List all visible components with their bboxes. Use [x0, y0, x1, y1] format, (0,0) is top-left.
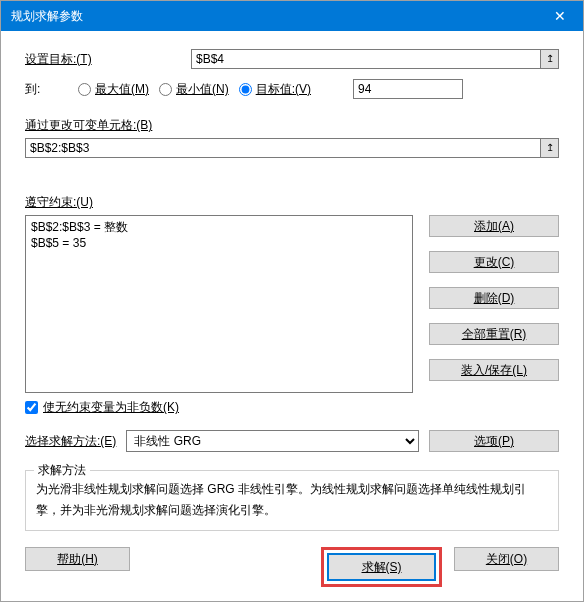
method-select[interactable]: 非线性 GRG [126, 430, 419, 452]
to-label: 到: [25, 81, 78, 98]
nonneg-checkbox[interactable] [25, 401, 38, 414]
method-groupbox: 求解方法 为光滑非线性规划求解问题选择 GRG 非线性引擎。为线性规划求解问题选… [25, 470, 559, 531]
by-changing-label: 通过更改可变单元格:(B) [25, 117, 559, 134]
method-row: 选择求解方法:(E) 非线性 GRG 选项(P) [25, 430, 559, 452]
radio-min[interactable] [159, 83, 172, 96]
set-target-label: 设置目标:(T) [25, 51, 191, 68]
nonneg-label: 使无约束变量为非负数(K) [43, 399, 179, 416]
radio-target-label[interactable]: 目标值:(V) [239, 81, 311, 98]
options-wrap: 选项(P) [429, 430, 559, 452]
to-radios: 最大值(M) 最小值(N) 目标值:(V) [78, 81, 318, 98]
radio-target[interactable] [239, 83, 252, 96]
method-group-legend: 求解方法 [34, 462, 90, 479]
row-set-target: 设置目标:(T) ↥ [25, 49, 559, 69]
row-to: 到: 最大值(M) 最小值(N) 目标值:(V) [25, 79, 559, 99]
radio-max[interactable] [78, 83, 91, 96]
titlebar: 规划求解参数 ✕ [1, 1, 583, 31]
close-button[interactable]: 关闭(O) [454, 547, 559, 571]
target-value-input[interactable] [353, 79, 463, 99]
changing-cells-combo: ↥ [25, 138, 559, 176]
change-button[interactable]: 更改(C) [429, 251, 559, 273]
bottom-right: 求解(S) 关闭(O) [321, 547, 559, 587]
method-description: 为光滑非线性规划求解问题选择 GRG 非线性引擎。为线性规划求解问题选择单纯线性… [36, 479, 548, 520]
bottom-row: 帮助(H) 求解(S) 关闭(O) [25, 547, 559, 587]
radio-min-label[interactable]: 最小值(N) [159, 81, 229, 98]
help-button[interactable]: 帮助(H) [25, 547, 130, 571]
dialog-content: 设置目标:(T) ↥ 到: 最大值(M) 最小值(N) 目标值:(V) 通过更改… [1, 31, 583, 601]
solve-button[interactable]: 求解(S) [327, 553, 436, 581]
target-cell-picker-icon[interactable]: ↥ [541, 49, 559, 69]
reset-all-button[interactable]: 全部重置(R) [429, 323, 559, 345]
add-button[interactable]: 添加(A) [429, 215, 559, 237]
load-save-button[interactable]: 装入/保存(L) [429, 359, 559, 381]
close-icon[interactable]: ✕ [537, 1, 583, 31]
radio-max-label[interactable]: 最大值(M) [78, 81, 149, 98]
select-method-label: 选择求解方法:(E) [25, 433, 116, 450]
constraints-row: $B$2:$B$3 = 整数 $B$5 = 35 添加(A) 更改(C) 删除(… [25, 215, 559, 393]
constraints-label: 遵守约束:(U) [25, 194, 559, 211]
target-cell-combo: ↥ [191, 49, 559, 69]
bottom-left: 帮助(H) [25, 547, 130, 587]
delete-button[interactable]: 删除(D) [429, 287, 559, 309]
changing-cells-picker-icon[interactable]: ↥ [541, 138, 559, 158]
constraints-list[interactable]: $B$2:$B$3 = 整数 $B$5 = 35 [25, 215, 413, 393]
constraint-buttons: 添加(A) 更改(C) 删除(D) 全部重置(R) 装入/保存(L) [429, 215, 559, 393]
solver-dialog: 规划求解参数 ✕ 设置目标:(T) ↥ 到: 最大值(M) 最小值(N) 目标值… [0, 0, 584, 602]
solve-highlight: 求解(S) [321, 547, 442, 587]
nonneg-checkbox-row[interactable]: 使无约束变量为非负数(K) [25, 399, 559, 416]
changing-cells-input[interactable] [25, 138, 541, 158]
dialog-title: 规划求解参数 [11, 8, 537, 25]
options-button[interactable]: 选项(P) [429, 430, 559, 452]
target-cell-input[interactable] [191, 49, 541, 69]
